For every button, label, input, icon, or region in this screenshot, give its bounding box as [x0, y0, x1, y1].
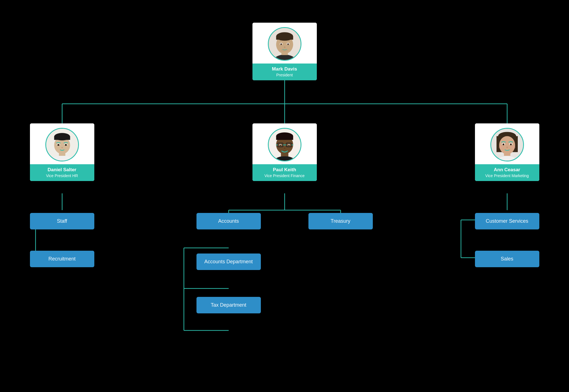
dept-label-tax-department: Tax Department	[211, 302, 246, 308]
person-card-paul-keith: Paul Keith Vice President Finance	[252, 123, 317, 181]
svg-point-69	[502, 143, 504, 145]
dept-label-customer-services: Customer Services	[486, 218, 528, 224]
avatar-wrap-ann	[475, 123, 539, 161]
avatar-wrap-daniel	[30, 123, 94, 161]
person-name-ann: Ann Ceasar	[477, 167, 537, 173]
svg-point-57	[280, 144, 281, 146]
svg-point-66	[499, 136, 515, 154]
dept-label-recruitment: Recruitment	[48, 256, 76, 262]
org-chart: Mark Davis President	[19, 14, 551, 378]
svg-point-71	[506, 147, 508, 148]
svg-point-41	[57, 144, 59, 146]
person-name-daniel: Daniel Salter	[32, 167, 92, 173]
avatar-wrap-mark	[252, 23, 317, 61]
person-name-mark: Mark Davis	[255, 66, 315, 72]
dept-box-accounts: Accounts	[196, 213, 261, 229]
avatar-ann	[490, 128, 524, 161]
avatar-paul	[268, 128, 301, 161]
svg-point-32	[281, 49, 288, 52]
svg-point-30	[287, 43, 289, 45]
name-band-daniel: Daniel Salter Vice President HR	[30, 164, 94, 181]
dept-label-sales: Sales	[501, 256, 513, 262]
svg-rect-49	[276, 136, 293, 140]
avatar-wrap-paul	[252, 123, 317, 161]
dept-box-tax-department: Tax Department	[196, 297, 261, 313]
svg-point-58	[288, 144, 289, 146]
svg-point-59	[284, 147, 285, 149]
svg-rect-38	[54, 137, 70, 140]
dept-label-accounts: Accounts	[218, 218, 239, 224]
svg-point-43	[61, 147, 63, 148]
person-card-mark-davis: Mark Davis President	[252, 23, 317, 81]
person-title-ann: Vice President Marketing	[477, 173, 537, 178]
name-band-ann: Ann Ceasar Vice President Marketing	[475, 164, 539, 181]
avatar-mark	[268, 27, 301, 61]
person-name-paul: Paul Keith	[255, 167, 315, 173]
svg-point-42	[65, 144, 67, 146]
person-title-paul: Vice President Finance	[255, 173, 315, 178]
person-title-daniel: Vice President HR	[32, 173, 92, 178]
dept-box-staff: Staff	[30, 213, 94, 229]
name-band-mark: Mark Davis President	[252, 64, 317, 81]
person-card-daniel-salter: Daniel Salter Vice President HR	[30, 123, 94, 181]
svg-point-73	[511, 146, 516, 149]
dept-label-accounts-department: Accounts Department	[204, 259, 253, 264]
svg-rect-26	[276, 36, 293, 39]
dept-box-sales: Sales	[475, 251, 539, 267]
dept-box-treasury: Treasury	[308, 213, 373, 229]
person-title-mark: President	[255, 72, 315, 78]
svg-point-72	[498, 146, 503, 149]
avatar-daniel	[45, 128, 79, 161]
dept-box-recruitment: Recruitment	[30, 251, 94, 267]
person-card-ann-ceasar: Ann Ceasar Vice President Marketing	[475, 123, 539, 181]
dept-box-customer-services: Customer Services	[475, 213, 539, 229]
dept-box-accounts-department: Accounts Department	[196, 253, 261, 270]
org-tree: Mark Davis President	[19, 14, 551, 378]
dept-label-treasury: Treasury	[331, 218, 350, 224]
svg-point-70	[510, 143, 512, 145]
dept-label-staff: Staff	[57, 218, 67, 224]
svg-point-29	[280, 43, 282, 45]
name-band-paul: Paul Keith Vice President Finance	[252, 164, 317, 181]
svg-point-31	[284, 46, 285, 48]
